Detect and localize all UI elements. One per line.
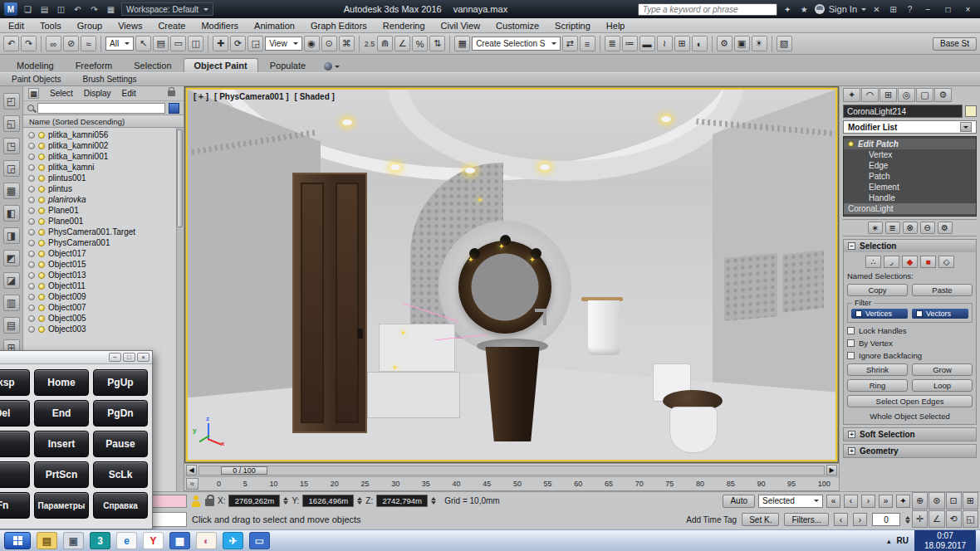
named-selection-sets-dropdown[interactable]: Create Selection S — [472, 37, 560, 51]
lock-icon[interactable] — [168, 90, 175, 96]
menu-help[interactable]: Help — [606, 21, 625, 31]
select-and-rotate-button[interactable]: ⟳ — [230, 36, 246, 51]
spinner-icon[interactable] — [283, 495, 288, 507]
layout-tab-icon[interactable]: ◨ — [3, 227, 20, 244]
key-mode-toggle[interactable]: ✦ — [896, 495, 910, 508]
key-filters-button[interactable]: Filters... — [784, 513, 829, 526]
taskbar-folder-icon[interactable]: ▤ — [37, 532, 57, 549]
menu-civil-view[interactable]: Civil View — [441, 21, 480, 31]
list-item[interactable]: Object005 — [23, 313, 175, 324]
by-vertex-row[interactable]: By Vertex — [847, 339, 973, 348]
spinner-icon[interactable] — [357, 495, 362, 507]
spinner-icon[interactable] — [905, 514, 910, 526]
ribbon-tab-object-paint[interactable]: Object Paint — [184, 58, 258, 72]
key-help[interactable]: Справка — [93, 492, 148, 519]
menu-tools[interactable]: Tools — [40, 21, 61, 31]
stack-item-edit-patch[interactable]: Edit Patch — [844, 139, 976, 149]
current-frame-field[interactable]: 0 — [872, 513, 900, 526]
select-by-name-button[interactable]: ▤ — [153, 36, 169, 51]
save-file-icon[interactable]: ◫ — [55, 3, 67, 16]
geometry-header[interactable]: +Geometry — [844, 445, 976, 457]
taskbar-browser-icon[interactable]: e — [116, 532, 137, 549]
schematic-view-button[interactable]: ⊞ — [674, 36, 690, 51]
visibility-bulb-icon[interactable] — [38, 207, 45, 214]
hierarchy-tab[interactable]: ⊞ — [880, 88, 897, 102]
undo-button[interactable]: ↶ — [3, 36, 19, 51]
selection-lock-icon[interactable] — [205, 499, 214, 506]
auto-key-button[interactable]: Auto — [723, 495, 755, 508]
element-subobject-icon[interactable]: ■ — [920, 256, 936, 268]
list-item[interactable]: PhysCamera001.Target — [23, 227, 175, 237]
shrink-button[interactable]: Shrink — [847, 363, 908, 376]
key-pgup[interactable]: PgUp — [93, 369, 148, 396]
stack-subitem-element[interactable]: Element — [844, 182, 976, 193]
visibility-bulb-icon[interactable] — [38, 283, 45, 290]
layout-tab-icon[interactable]: ◲ — [3, 160, 20, 177]
toggle-scene-explorer-button[interactable]: ≣ — [605, 36, 620, 51]
scrollbar[interactable] — [176, 128, 184, 491]
list-item[interactable]: plintus001 — [23, 173, 175, 183]
soft-selection-header[interactable]: +Soft Selection — [844, 428, 976, 441]
list-item[interactable]: Object011 — [23, 280, 175, 291]
grow-button[interactable]: Grow — [912, 363, 973, 376]
list-item[interactable]: plitka_kamni — [23, 162, 175, 173]
ignore-backfacing-row[interactable]: Ignore Backfacing — [847, 351, 973, 360]
zoom-button[interactable]: ⊕ — [912, 492, 928, 510]
select-and-move-button[interactable]: ✚ — [213, 36, 228, 51]
search-input[interactable] — [638, 3, 777, 16]
key-sclk[interactable]: ScLk — [93, 461, 148, 488]
redo-icon[interactable]: ↷ — [88, 3, 100, 16]
layout-tab-icon[interactable]: ◩ — [3, 250, 20, 266]
visibility-bulb-icon[interactable] — [38, 294, 45, 300]
snaps-toggle[interactable]: ⋒ — [377, 36, 393, 51]
visibility-bulb-icon[interactable] — [38, 197, 45, 203]
key-home[interactable]: Home — [34, 369, 89, 396]
curve-editor-button[interactable]: ≀ — [657, 36, 673, 51]
new-scene-icon[interactable]: ❏ — [22, 3, 34, 16]
explorer-search-input[interactable] — [37, 103, 165, 114]
checkbox-icon[interactable] — [847, 339, 855, 347]
key-pause[interactable]: Pause — [93, 431, 148, 457]
explorer-menu-display[interactable]: Display — [84, 89, 111, 98]
state-sets-button[interactable]: ▧ — [777, 36, 792, 51]
utilities-tab[interactable]: ⚙ — [934, 88, 952, 102]
explorer-sort-header[interactable]: Name (Sorted Descending) — [23, 115, 184, 128]
explorer-menu-edit[interactable]: Edit — [122, 89, 136, 98]
open-file-icon[interactable]: ▤ — [38, 3, 51, 16]
key-insert[interactable]: Insert — [34, 431, 89, 457]
rectangular-selection-region-button[interactable]: ▭ — [170, 36, 186, 51]
taskbar-explorer-icon[interactable]: ▣ — [63, 532, 84, 549]
object-color-swatch[interactable] — [965, 105, 977, 117]
handle-subobject-icon[interactable]: ◇ — [938, 256, 954, 268]
menu-views[interactable]: Views — [118, 21, 142, 31]
ribbon-tab-modeling[interactable]: Modeling — [7, 59, 64, 72]
zoom-extents-button[interactable]: ⊡ — [946, 492, 962, 510]
populate-flyout-button[interactable] — [324, 62, 340, 72]
pan-button[interactable]: ✛ — [912, 510, 928, 528]
list-item[interactable]: Object017 — [23, 248, 175, 259]
reference-coordinate-dropdown[interactable]: View — [265, 37, 302, 51]
go-to-end-button[interactable]: » — [879, 495, 893, 508]
ribbon-tab-populate[interactable]: Populate — [260, 59, 316, 72]
vertex-subobject-icon[interactable]: ∴ — [865, 256, 881, 268]
select-and-manipulate-button[interactable]: ⊙ — [321, 36, 337, 51]
workspace-dropdown[interactable]: Workspace: Default — [121, 2, 213, 16]
key-end[interactable]: End — [34, 400, 89, 427]
motion-tab[interactable]: ◎ — [898, 88, 915, 102]
list-item[interactable]: Object003 — [23, 324, 175, 334]
scrollbar-thumb[interactable] — [177, 129, 183, 227]
taskbar-3dsmax-icon[interactable]: 3 — [90, 532, 110, 549]
menu-edit[interactable]: Edit — [8, 21, 24, 31]
layout-tab-icon[interactable]: ◪ — [3, 272, 20, 289]
visibility-bulb-icon[interactable] — [38, 261, 45, 268]
ribbon-panel-brush-settings[interactable]: Brush Settings — [82, 75, 136, 84]
loop-button[interactable]: Loop — [912, 379, 973, 392]
bind-to-space-warp-button[interactable]: ≈ — [81, 36, 96, 51]
render-setup-button[interactable]: ⚙ — [717, 36, 733, 51]
start-button[interactable] — [4, 532, 31, 549]
make-unique-button[interactable]: ⊗ — [903, 222, 918, 234]
visibility-bulb-icon[interactable] — [38, 326, 45, 333]
stack-item-coronalight[interactable]: CoronaLight — [844, 203, 976, 214]
object-name-field[interactable]: CoronaLight214 — [843, 105, 963, 118]
language-indicator[interactable]: RU — [897, 536, 909, 545]
